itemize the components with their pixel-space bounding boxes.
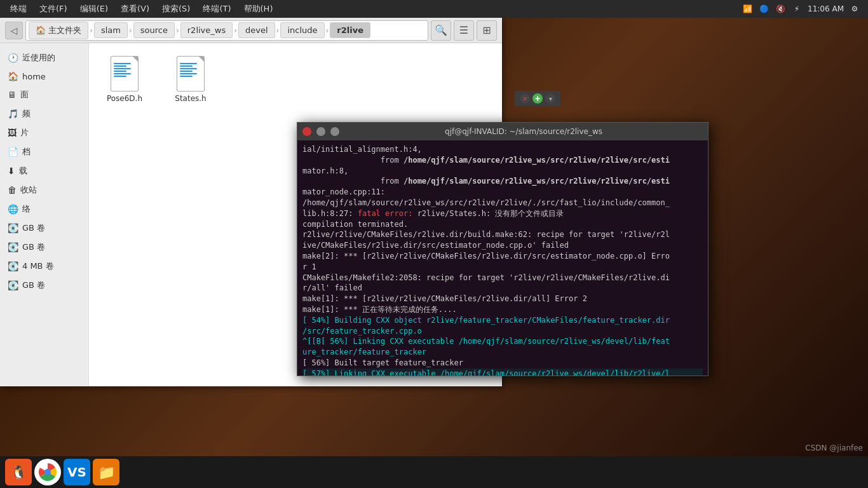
term-line-19: ^[[B[ 56%] Linking CXX executable /home/…: [302, 336, 703, 347]
fm-list-view-button[interactable]: ☰: [454, 20, 474, 41]
vscode-button[interactable]: VS: [64, 459, 90, 485]
sidebar-item-docs[interactable]: 📄 档: [0, 142, 88, 161]
sidebar-item-recent-label: 近使用的: [22, 52, 55, 64]
term-line-1: ial/initial_alignment.h:4,: [302, 144, 703, 155]
term-line-12: r 1: [302, 262, 703, 273]
window-close-button[interactable]: ✕: [520, 93, 530, 104]
menubar-search[interactable]: 搜索(S): [157, 2, 195, 16]
breadcrumb-sep-5: ›: [275, 26, 281, 35]
bluetooth-icon: 🔵: [758, 3, 770, 15]
power-icon: ⚡: [791, 3, 803, 15]
desktop-icon: 🖥: [8, 90, 17, 100]
desktop: 终端 文件(F) 编辑(E) 查看(V) 搜索(S) 终端(T) 帮助(H) 📶…: [0, 0, 868, 488]
sidebar-item-home[interactable]: 🏠 home: [0, 67, 88, 85]
breadcrumb-sep-4: ›: [233, 26, 238, 35]
fm-sidebar: 🕐 近使用的 🏠 home 🖥 面 🎵 频 🖼 片: [0, 43, 89, 386]
sidebar-item-vol2[interactable]: 💽 GB 卷: [0, 238, 88, 257]
menubar-app[interactable]: 终端: [5, 2, 32, 16]
fm-back-button[interactable]: ◁: [5, 22, 23, 39]
window-add-button[interactable]: +: [532, 93, 543, 104]
file-states-line-2: [180, 65, 193, 67]
term-line-10: ive/CMakeFiles/r2live.dir/src/estimator_…: [302, 240, 703, 251]
fm-search-button[interactable]: 🔍: [431, 20, 451, 41]
file-states-line-3: [180, 68, 197, 69]
sidebar-item-trash[interactable]: 🗑 收站: [0, 180, 88, 200]
sidebar-item-downloads[interactable]: ⬇ 载: [0, 161, 88, 180]
vol1-icon: 💽: [8, 223, 18, 233]
menubar-view[interactable]: 查看(V): [116, 2, 154, 16]
sidebar-item-vol4[interactable]: 💽 GB 卷: [0, 276, 88, 295]
sidebar-item-music[interactable]: 🎵 频: [0, 104, 88, 123]
breadcrumb-devel[interactable]: devel: [238, 22, 275, 38]
files-button[interactable]: 📁: [93, 459, 119, 485]
sidebar-item-vol1-label: GB 卷: [22, 222, 45, 234]
downloads-icon: ⬇: [8, 166, 15, 176]
term-line-18: /src/feature_tracker.cpp.o: [302, 326, 703, 337]
vol4-icon: 💽: [8, 280, 18, 290]
menubar: 终端 文件(F) 编辑(E) 查看(V) 搜索(S) 终端(T) 帮助(H) 📶…: [0, 0, 868, 18]
chrome-button[interactable]: [34, 459, 61, 485]
file-line-6: [114, 76, 126, 77]
docs-icon: 📄: [8, 147, 18, 157]
breadcrumb-include[interactable]: include: [280, 22, 324, 38]
home-icon: 🏠: [8, 71, 18, 81]
file-line-5: [114, 73, 131, 74]
file-states-name: States.h: [175, 94, 206, 103]
terminal-close-button[interactable]: [302, 127, 311, 136]
sidebar-item-desktop[interactable]: 🖥 面: [0, 85, 88, 104]
svg-point-2: [44, 469, 51, 475]
term-line-17: [ 54%] Building CXX object r2live/featur…: [302, 315, 703, 326]
fm-grid-view-button[interactable]: ⊞: [477, 20, 497, 41]
vol2-icon: 💽: [8, 242, 18, 252]
sidebar-item-vol1[interactable]: 💽 GB 卷: [0, 219, 88, 238]
breadcrumb-slam[interactable]: slam: [94, 22, 128, 38]
term-line-4: from /home/qjf/slam/source/r2live_ws/src…: [302, 176, 703, 187]
network-folder-icon: 🌐: [8, 204, 18, 214]
vol3-icon: 💽: [8, 261, 18, 271]
menubar-terminal[interactable]: 终端(T): [198, 2, 236, 16]
recent-icon: 🕐: [8, 53, 18, 63]
window-expand-button[interactable]: ▾: [545, 93, 555, 104]
breadcrumb-r2live-ws[interactable]: r2live_ws: [180, 22, 233, 38]
music-icon: 🎵: [8, 109, 18, 119]
settings-icon[interactable]: ⚙: [849, 3, 860, 15]
terminal-maximize-button[interactable]: [330, 127, 339, 136]
sidebar-item-downloads-label: 载: [19, 165, 27, 177]
file-line-1: [114, 63, 131, 64]
menubar-edit[interactable]: 编辑(E): [75, 2, 113, 16]
term-line-2: from /home/qjf/slam/source/r2live_ws/src…: [302, 155, 703, 166]
sidebar-item-pictures-label: 片: [20, 127, 29, 139]
menubar-help[interactable]: 帮助(H): [239, 2, 278, 16]
taskbar: 🐧 VS 📁 >_: [0, 456, 868, 488]
term-line-7: lib.h:8:27: fatal error: r2live/States.h…: [302, 208, 703, 219]
volume-icon: 🔇: [775, 3, 786, 15]
file-pose6d[interactable]: Pose6D.h: [99, 53, 150, 105]
breadcrumb-home[interactable]: 🏠 主文件夹: [29, 22, 88, 39]
sidebar-item-vol4-label: GB 卷: [22, 280, 45, 291]
sidebar-item-docs-label: 档: [22, 146, 31, 158]
sidebar-item-pictures[interactable]: 🖼 片: [0, 123, 88, 142]
file-line-4: [114, 71, 126, 72]
term-line-14: r/all' failed: [302, 283, 703, 294]
sidebar-item-network[interactable]: 🌐 络: [0, 200, 88, 219]
breadcrumb-sep-6: ›: [325, 26, 330, 35]
sidebar-item-desktop-label: 面: [20, 89, 29, 100]
file-states[interactable]: States.h: [165, 53, 216, 105]
ubuntu-button[interactable]: 🐧: [5, 459, 32, 485]
terminal-minimize-button[interactable]: [316, 127, 325, 136]
term-line-8: compilation terminated.: [302, 219, 703, 230]
term-line-22: [ 57%] Linking CXX executable /home/qjf/…: [302, 369, 703, 376]
sidebar-item-network-label: 络: [22, 203, 31, 215]
term-line-20: ure_tracker/feature_tracker: [302, 347, 703, 358]
breadcrumb-r2live[interactable]: r2live: [330, 22, 370, 38]
trash-icon: 🗑: [8, 185, 17, 195]
sidebar-item-vol3[interactable]: 💽 4 MB 卷: [0, 257, 88, 276]
fm-header: ◁ 🏠 主文件夹 › slam › source › r2live_ws › d…: [0, 18, 502, 43]
breadcrumb-sep-1: ›: [88, 26, 94, 35]
term-line-11: make[2]: *** [r2live/r2live/CMakeFiles/r…: [302, 251, 703, 262]
sidebar-item-recent[interactable]: 🕐 近使用的: [0, 48, 88, 67]
terminal-body[interactable]: ial/initial_alignment.h:4, from /home/qj…: [297, 140, 708, 376]
breadcrumb-source[interactable]: source: [133, 22, 175, 38]
menubar-file[interactable]: 文件(F): [34, 2, 72, 16]
file-states-line-1: [180, 63, 197, 64]
